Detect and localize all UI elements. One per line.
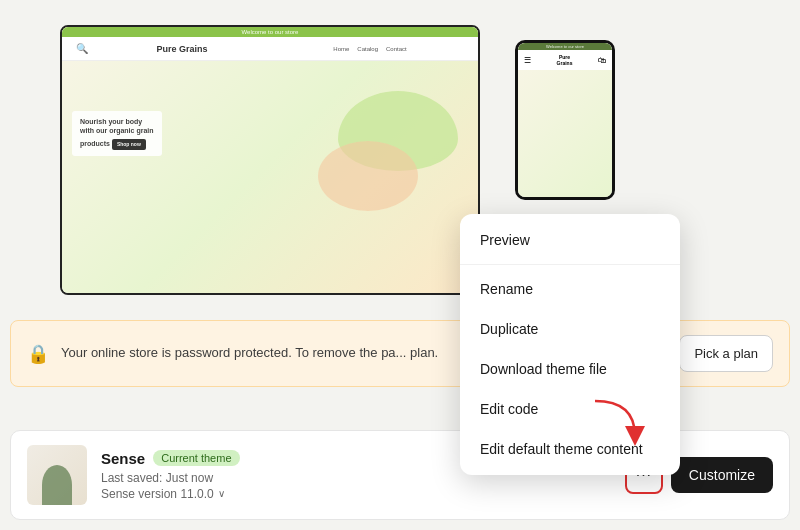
lock-icon: 🔒 — [27, 343, 49, 365]
arrow-icon — [585, 396, 645, 446]
arrow-indicator — [585, 396, 645, 450]
mobile-screen-inner: Welcome to our store ☰ Pure Grains 🛍 — [518, 43, 612, 197]
pick-plan-button[interactable]: Pick a plan — [679, 335, 773, 372]
customize-button[interactable]: Customize — [671, 457, 773, 493]
dropdown-item-preview[interactable]: Preview — [460, 220, 680, 260]
laptop-mockup: Welcome to our store 🔍 Pure Grains Home … — [60, 25, 480, 295]
dropdown-item-download[interactable]: Download theme file — [460, 349, 680, 389]
laptop-screen: Welcome to our store 🔍 Pure Grains Home … — [60, 25, 480, 295]
theme-name: Sense — [101, 450, 145, 467]
dropdown-menu: Preview Rename Duplicate Download theme … — [460, 214, 680, 475]
mobile-mockup: Welcome to our store ☰ Pure Grains 🛍 — [515, 40, 615, 200]
shop-now-btn: Shop now — [112, 139, 146, 150]
theme-thumbnail — [27, 445, 87, 505]
theme-preview-area: Welcome to our store 🔍 Pure Grains Home … — [0, 10, 800, 320]
current-theme-badge: Current theme — [153, 450, 239, 466]
dropdown-item-rename[interactable]: Rename — [460, 269, 680, 309]
theme-version: Sense version 11.0.0 ∨ — [101, 487, 611, 501]
mobile-store-title: Pure Grains — [557, 54, 573, 66]
peach-blob — [318, 141, 418, 211]
store-nav-links: Home Catalog Contact — [276, 46, 464, 52]
dropdown-item-edit-code[interactable]: Edit code — [460, 389, 680, 429]
mobile-menu-icon: ☰ — [524, 56, 531, 65]
store-nav: 🔍 Pure Grains Home Catalog Contact — [62, 37, 478, 61]
welcome-bar: Welcome to our store — [62, 27, 478, 37]
thumbnail-plant — [42, 465, 72, 505]
mobile-screen: Welcome to our store ☰ Pure Grains 🛍 — [515, 40, 615, 200]
chevron-down-icon: ∨ — [218, 488, 225, 499]
main-container: Welcome to our store 🔍 Pure Grains Home … — [0, 0, 800, 530]
laptop-screen-inner: Welcome to our store 🔍 Pure Grains Home … — [62, 27, 478, 293]
dropdown-item-edit-default[interactable]: Edit default theme content — [460, 429, 680, 469]
search-icon: 🔍 — [76, 43, 88, 54]
dropdown-item-duplicate[interactable]: Duplicate — [460, 309, 680, 349]
dropdown-divider-1 — [460, 264, 680, 265]
mobile-cart-icon: 🛍 — [598, 56, 606, 65]
hero-banner: Nourish your body with our organic grain… — [72, 111, 162, 156]
mobile-welcome-bar: Welcome to our store — [518, 43, 612, 50]
store-title: Pure Grains — [88, 44, 276, 54]
mobile-nav: ☰ Pure Grains 🛍 — [518, 50, 612, 70]
